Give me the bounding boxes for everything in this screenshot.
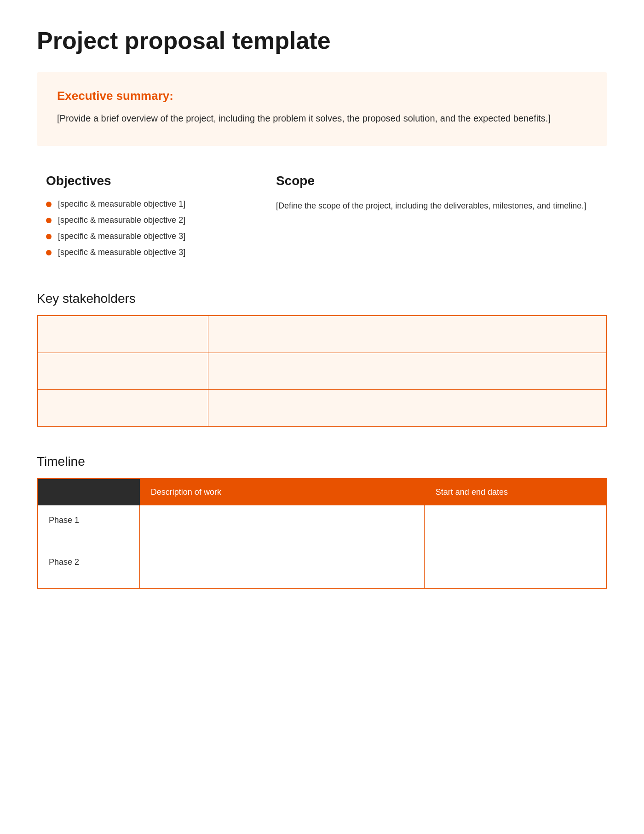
objectives-heading: Objectives xyxy=(46,174,239,188)
stakeholders-section: Key stakeholders xyxy=(37,291,607,427)
scope-heading: Scope xyxy=(276,174,598,188)
objectives-column: Objectives [specific & measurable object… xyxy=(46,174,239,264)
description-cell xyxy=(140,505,425,547)
timeline-section: Timeline Description of work Start and e… xyxy=(37,454,607,589)
table-cell xyxy=(208,389,607,426)
table-row xyxy=(37,389,607,426)
list-item: [specific & measurable objective 2] xyxy=(46,215,239,225)
table-cell xyxy=(37,316,208,353)
table-cell xyxy=(208,316,607,353)
bullet-icon xyxy=(46,250,52,255)
executive-summary-body: [Provide a brief overview of the project… xyxy=(57,111,587,126)
table-cell xyxy=(37,389,208,426)
timeline-header-dates: Start and end dates xyxy=(425,479,607,505)
bullet-icon xyxy=(46,234,52,239)
list-item: [specific & measurable objective 3] xyxy=(46,248,239,257)
executive-summary-section: Executive summary: [Provide a brief over… xyxy=(37,72,607,146)
dates-cell xyxy=(425,547,607,588)
list-item: [specific & measurable objective 3] xyxy=(46,232,239,241)
objective-text: [specific & measurable objective 1] xyxy=(58,199,185,209)
objectives-list: [specific & measurable objective 1] [spe… xyxy=(46,199,239,257)
stakeholders-table xyxy=(37,315,607,427)
bullet-icon xyxy=(46,202,52,207)
table-header-row: Description of work Start and end dates xyxy=(37,479,607,505)
table-cell xyxy=(37,353,208,389)
table-row: Phase 1 xyxy=(37,505,607,547)
stakeholders-heading: Key stakeholders xyxy=(37,291,607,306)
table-row xyxy=(37,353,607,389)
page-title: Project proposal template xyxy=(37,28,607,54)
timeline-table: Description of work Start and end dates … xyxy=(37,478,607,589)
table-row: Phase 2 xyxy=(37,547,607,588)
bullet-icon xyxy=(46,218,52,223)
objective-text: [specific & measurable objective 3] xyxy=(58,232,185,241)
scope-column: Scope [Define the scope of the project, … xyxy=(276,174,598,264)
table-cell xyxy=(208,353,607,389)
timeline-heading: Timeline xyxy=(37,454,607,469)
timeline-header-description: Description of work xyxy=(140,479,425,505)
phase-cell: Phase 1 xyxy=(37,505,140,547)
timeline-header-phase xyxy=(37,479,140,505)
scope-body: [Define the scope of the project, includ… xyxy=(276,199,598,213)
list-item: [specific & measurable objective 1] xyxy=(46,199,239,209)
dates-cell xyxy=(425,505,607,547)
objective-text: [specific & measurable objective 3] xyxy=(58,248,185,257)
objectives-scope-section: Objectives [specific & measurable object… xyxy=(37,174,607,264)
executive-summary-heading: Executive summary: xyxy=(57,89,587,103)
phase-cell: Phase 2 xyxy=(37,547,140,588)
table-row xyxy=(37,316,607,353)
objective-text: [specific & measurable objective 2] xyxy=(58,215,185,225)
description-cell xyxy=(140,547,425,588)
